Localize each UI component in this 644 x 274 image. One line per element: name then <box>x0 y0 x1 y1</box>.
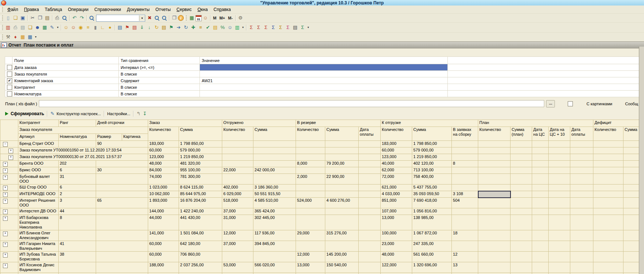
filter-checkbox[interactable] <box>7 85 12 90</box>
plan-date-cs10-cell[interactable] <box>549 154 570 161</box>
assembly-requests-cell[interactable] <box>452 273 478 274</box>
search-input[interactable] <box>96 15 139 21</box>
plan-pay-date-cell[interactable] <box>570 147 593 154</box>
deferral-days-cell[interactable]: 90 <box>96 141 148 147</box>
order-sum-cell[interactable]: 481 320,00 <box>179 161 222 167</box>
deferral-days-cell[interactable]: 30 <box>96 167 148 174</box>
filter-value-cell[interactable] <box>200 71 448 77</box>
shipped-qty-cell[interactable]: 37,000 <box>222 241 253 252</box>
expand-icon[interactable]: + <box>3 162 8 167</box>
plan-pay-date-cell[interactable] <box>570 230 593 241</box>
filter-field-cell[interactable]: Номенклатура <box>12 91 119 97</box>
shipped-qty-cell[interactable]: 12,000 <box>222 230 253 241</box>
order-sum-cell[interactable]: 2 037 256,00 <box>179 262 222 273</box>
toolbar-grip[interactable] <box>1 25 3 30</box>
order-qty-cell[interactable]: 1 893,000 <box>148 198 179 208</box>
sum-check-icon[interactable]: Σ <box>299 24 306 31</box>
toship-sum-cell[interactable]: 247 335,00 <box>412 241 452 252</box>
deferral-days-cell[interactable] <box>96 241 148 252</box>
reserve-sum-cell[interactable]: 68 328,00 <box>325 273 359 274</box>
menu-item-9[interactable]: Окна <box>194 6 211 13</box>
toship-sum-cell[interactable]: 5 437 755,00 <box>412 185 452 191</box>
plan-sum-cell[interactable] <box>511 191 532 198</box>
document-person-red-icon[interactable]: ▤ <box>131 24 138 31</box>
document-arrow-down-blue-icon[interactable]: ↓ <box>146 24 153 31</box>
plan-date-cs-cell[interactable] <box>532 252 549 262</box>
plan-date-cs-cell[interactable] <box>532 208 549 215</box>
expand-icon[interactable]: + <box>3 199 8 204</box>
order-sum-cell[interactable]: 8 624 115,00 <box>179 185 222 191</box>
toship-sum-cell[interactable]: 7 690 418,00 <box>412 198 452 208</box>
cut-icon[interactable]: ✂ <box>29 15 36 21</box>
plan-date-cs10-cell[interactable] <box>549 252 570 262</box>
plan-sum-cell[interactable] <box>511 208 532 215</box>
reserve-pay-date-cell[interactable] <box>359 154 381 161</box>
reserve-sum-cell[interactable] <box>325 185 359 191</box>
load-settings-icon[interactable]: ↰ <box>136 111 140 116</box>
reserve-sum-cell[interactable] <box>325 215 359 230</box>
reserve-sum-cell[interactable] <box>325 167 359 174</box>
reserve-sum-cell[interactable] <box>325 147 359 154</box>
plan-sum-cell[interactable] <box>511 161 532 167</box>
reserve-pay-date-cell[interactable] <box>359 141 381 147</box>
plan-date-cs-cell[interactable] <box>532 241 549 252</box>
plan-pay-date-cell[interactable] <box>570 208 593 215</box>
contractor-cell[interactable]: Бренд Стрит ООО <box>18 141 59 147</box>
reserve-sum-cell[interactable] <box>325 241 359 252</box>
document-arrow-down-icon[interactable]: ⇓ <box>139 24 145 31</box>
plan-qty-cell[interactable] <box>478 191 511 198</box>
reserve-pay-date-cell[interactable] <box>359 174 381 185</box>
plan-qty-cell[interactable] <box>478 198 511 208</box>
plan-date-cs-cell[interactable] <box>532 191 549 198</box>
order-qty-cell[interactable]: 44,000 <box>148 215 179 230</box>
assembly-requests-cell[interactable] <box>452 241 478 252</box>
toship-qty-cell[interactable]: 62,000 <box>381 167 412 174</box>
filter-comparison-cell[interactable]: Содержит <box>119 77 200 84</box>
toship-sum-cell[interactable]: 579 000,00 <box>412 147 452 154</box>
expand-icon[interactable]: + <box>8 149 13 153</box>
deferral-days-cell[interactable]: 65 <box>96 198 148 208</box>
filter-field-cell[interactable]: Комментарий заказа <box>12 77 119 84</box>
deficit-qty-cell[interactable] <box>593 273 623 274</box>
deferral-days-cell[interactable] <box>96 215 148 230</box>
assembly-requests-cell[interactable]: 13 <box>452 262 478 273</box>
toship-sum-cell[interactable]: 561 660,00 <box>412 252 452 262</box>
basket-coins-icon[interactable]: ◉ <box>77 24 84 31</box>
shipped-qty-cell[interactable] <box>222 161 253 167</box>
reserve-qty-cell[interactable] <box>296 241 325 252</box>
shipped-qty-cell[interactable] <box>222 147 253 154</box>
plan-pay-date-cell[interactable] <box>570 198 593 208</box>
people-icon[interactable]: ☻ <box>34 24 41 31</box>
toship-qty-cell[interactable]: 40,000 <box>381 161 412 167</box>
shipped-sum-cell[interactable] <box>253 147 296 154</box>
settings-button[interactable]: Настройки... <box>107 112 130 116</box>
shipped-qty-cell[interactable]: 6 029,000 <box>222 191 253 198</box>
table-grid-icon[interactable]: ▦ <box>189 15 195 21</box>
rank-cell[interactable] <box>59 230 96 241</box>
user-calculator-icon[interactable]: ☺ <box>202 15 209 21</box>
document-flag-icon[interactable]: ⚑ <box>124 24 131 31</box>
plan-qty-cell[interactable] <box>478 230 511 241</box>
order-qty-cell[interactable]: 123,000 <box>148 154 179 161</box>
filter-comparison-cell[interactable]: В списке <box>119 91 200 97</box>
contractor-cell[interactable]: Брикс ООО <box>18 167 59 174</box>
assembly-requests-cell[interactable]: 8 <box>452 161 478 167</box>
plan-qty-cell[interactable] <box>478 185 511 191</box>
plan-date-cs10-cell[interactable] <box>549 185 570 191</box>
plan-date-cs10-cell[interactable] <box>549 198 570 208</box>
plan-pay-date-cell[interactable] <box>570 167 593 174</box>
assembly-requests-cell[interactable]: 3 108 <box>452 191 478 198</box>
filter-checkbox[interactable] <box>7 65 12 70</box>
toship-qty-cell[interactable]: 48,000 <box>381 252 412 262</box>
filter-field-cell[interactable]: Контрагент <box>12 84 119 91</box>
memory-plus-button[interactable]: M+ <box>218 16 227 20</box>
toship-sum-cell[interactable]: 402 120,00 <box>412 161 452 167</box>
print-icon[interactable]: ⎙ <box>54 15 61 21</box>
report-edit-icon[interactable]: ✎ <box>49 24 55 31</box>
expand-icon[interactable]: + <box>3 168 8 173</box>
contractor-cell[interactable]: Брента ООО <box>18 161 59 167</box>
shipped-sum-cell[interactable] <box>253 161 296 167</box>
reserve-qty-cell[interactable] <box>296 191 325 198</box>
plan-date-cs10-cell[interactable] <box>549 147 570 154</box>
rank-cell[interactable]: 36 <box>59 273 96 274</box>
